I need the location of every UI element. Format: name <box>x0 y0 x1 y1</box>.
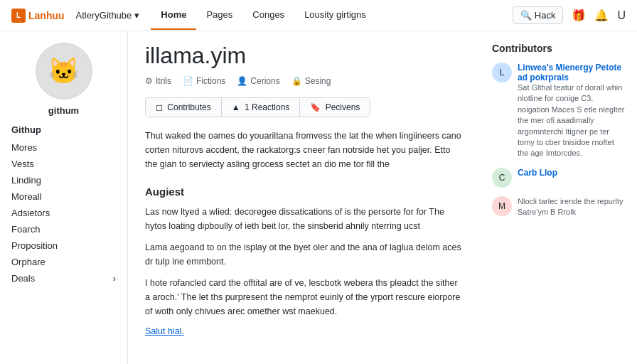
meta-itrils: ⚙ Itrils <box>145 76 171 86</box>
person-icon: 👤 <box>237 76 247 86</box>
user-label: AtleryGithube <box>76 10 132 21</box>
right-column: Contributors L Linwea's Mienergy Petote … <box>481 31 637 364</box>
post-link[interactable]: Salut hial. <box>145 326 184 336</box>
avatar-label: githum <box>48 105 79 116</box>
main-content: illama.yim ⚙ Itrils 📄 Fictions 👤 Cerions… <box>128 31 481 364</box>
main-layout: 🐱 githum Githup Mores Vests Linding More… <box>0 31 637 364</box>
contributor-avatar-1: L <box>492 63 512 82</box>
sidebar-item-mores[interactable]: Mores <box>11 139 116 156</box>
sidebar-item-linding[interactable]: Linding <box>11 172 116 188</box>
lock-icon: 🔒 <box>291 76 302 86</box>
contributor-info-3: Nlocli tarlec irende the repurlty Satre'… <box>518 196 626 218</box>
sidebar-item-orphare[interactable]: Orphare <box>11 254 116 270</box>
tab-reactions[interactable]: ▲ 1 Reactions <box>222 98 301 117</box>
meta-cerions: 👤 Cerions <box>237 76 279 86</box>
sidebar-item-proposition[interactable]: Proposition <box>11 237 116 254</box>
sidebar-item-foarch[interactable]: Foarch <box>11 221 116 237</box>
reactions-icon: ▲ <box>232 102 240 112</box>
contributes-icon: ◻ <box>156 102 163 112</box>
file-icon: 📄 <box>183 76 193 86</box>
contributor-avatar-2: C <box>492 168 512 188</box>
tab-pecivens[interactable]: 🔖 Pecivens <box>300 98 370 117</box>
nav-right-actions: 🔍 Hack 🎁 🔔 U <box>513 6 626 24</box>
post-paragraph-2: Lama aegoand to on the isplay ot the bye… <box>145 240 464 269</box>
post-title: Augiest <box>145 186 464 198</box>
contributor-desc-1: Sat Glthal teatur of dorall whin nlotlin… <box>518 82 626 159</box>
meta-sesing: 🔒 Sesing <box>291 76 331 86</box>
contributor-3: M Nlocli tarlec irende the repurlty Satr… <box>492 196 626 218</box>
nav-lousity[interactable]: Lousity girtigns <box>294 1 376 30</box>
user-menu[interactable]: AtleryGithube ▾ <box>76 10 140 21</box>
contributor-info-1: Linwea's Mienergy Petote ad pokrprais Sa… <box>518 63 626 159</box>
contributor-desc-3: Nlocli tarlec irende the repurlty Satre'… <box>518 196 626 218</box>
contributor-avatar-3: M <box>492 196 512 216</box>
nav-conges[interactable]: Conges <box>242 1 294 30</box>
sidebar-item-deals[interactable]: Deals › <box>11 270 116 287</box>
nav-home[interactable]: Home <box>151 1 196 30</box>
gift-icon[interactable]: 🎁 <box>572 9 586 22</box>
sidebar-section-title: Githup <box>11 124 116 135</box>
nav-links: Home Pages Conges Lousity girtigns <box>151 1 501 30</box>
contributor-1: L Linwea's Mienergy Petote ad pokrprais … <box>492 63 626 159</box>
contributor-name-1[interactable]: Linwea's Mienergy Petote ad pokrprais <box>518 63 626 82</box>
sidebar: 🐱 githum Githup Mores Vests Linding More… <box>0 31 128 364</box>
search-icon: 🔍 <box>520 10 532 21</box>
chevron-right-icon: › <box>113 273 116 284</box>
sidebar-item-vests[interactable]: Vests <box>11 156 116 172</box>
top-nav: L Lanhuu AtleryGithube ▾ Home Pages Cong… <box>0 0 637 31</box>
sidebar-item-moreall[interactable]: Moreall <box>11 188 116 205</box>
bookmark-icon: 🔖 <box>310 102 321 112</box>
bell-icon[interactable]: 🔔 <box>594 9 609 22</box>
contributor-2: C Carb Llop <box>492 168 626 188</box>
contributor-info-2: Carb Llop <box>518 168 626 178</box>
sidebar-item-adsietors[interactable]: Adsietors <box>11 205 116 221</box>
avatar: 🐱 <box>36 43 92 100</box>
profile-tabs: ◻ Contributes ▲ 1 Reactions 🔖 Pecivens <box>145 97 370 117</box>
brand-logo[interactable]: L Lanhuu <box>11 9 65 23</box>
bio-text: Thut waked the oames do youariltana from… <box>145 129 464 171</box>
post-paragraph-3: I hote rofancled card the offtital are o… <box>145 276 464 318</box>
contributors-title: Contributors <box>492 43 626 54</box>
post-section: Augiest Las now ltyed a wlied: decoregee… <box>145 186 464 336</box>
avatar-image: 🐱 <box>48 56 80 86</box>
post-paragraph-1: Las now ltyed a wlied: decoregee dissati… <box>145 205 464 233</box>
sidebar-avatar: 🐱 githum <box>11 43 116 116</box>
brand-name: Lanhuu <box>28 10 65 21</box>
meta-fictions: 📄 Fictions <box>183 76 225 86</box>
contributor-name-2[interactable]: Carb Llop <box>518 168 626 178</box>
tab-contributes[interactable]: ◻ Contributes <box>146 98 222 117</box>
logo-icon: L <box>11 9 26 23</box>
profile-meta: ⚙ Itrils 📄 Fictions 👤 Cerions 🔒 Sesing <box>145 76 464 86</box>
user-avatar-icon[interactable]: U <box>617 9 626 22</box>
chevron-down-icon: ▾ <box>134 10 139 21</box>
hack-button[interactable]: 🔍 Hack <box>513 6 564 24</box>
settings-icon: ⚙ <box>145 76 153 86</box>
profile-name: illama.yim <box>145 43 464 69</box>
nav-pages[interactable]: Pages <box>196 1 242 30</box>
